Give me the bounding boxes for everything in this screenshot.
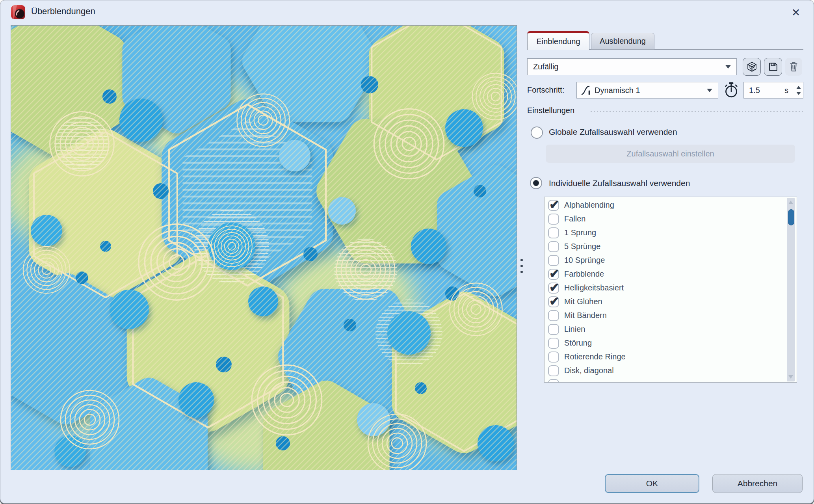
tab-ausblendung[interactable]: Ausblendung xyxy=(591,33,654,50)
effect-row[interactable]: 1 Sprung xyxy=(545,226,797,240)
effect-checkbox[interactable] xyxy=(548,200,559,211)
spinner-arrows[interactable] xyxy=(796,82,801,98)
spin-down-icon[interactable] xyxy=(796,92,801,95)
settings-divider xyxy=(591,111,803,112)
radio-individual-random[interactable] xyxy=(530,177,542,189)
effects-list[interactable]: Alphablending Fallen 1 Sprung 5 Sprünge … xyxy=(544,197,797,383)
effect-row[interactable]: Rotierende Ringe xyxy=(545,350,797,364)
progress-curve-value: Dynamisch 1 xyxy=(595,86,640,95)
effect-checkbox[interactable] xyxy=(548,310,559,321)
settings-header: Einstellungen xyxy=(527,106,574,115)
effect-label: Disk, diagonal xyxy=(564,366,614,375)
effect-label: Alphablending xyxy=(564,201,614,210)
effect-row[interactable]: Mit Glühen xyxy=(545,295,797,309)
randomize-button[interactable] xyxy=(743,58,761,76)
save-preset-button[interactable] xyxy=(764,58,782,76)
effect-checkbox[interactable] xyxy=(548,351,559,363)
radio-global-random[interactable] xyxy=(531,126,543,139)
effect-label: Fallen xyxy=(564,214,585,223)
floppy-save-icon xyxy=(768,61,779,72)
effect-row[interactable]: Alphablending xyxy=(545,198,797,212)
effect-label: Farbblende xyxy=(564,270,604,279)
effect-checkbox[interactable] xyxy=(548,255,559,266)
effect-label: Mit Bändern xyxy=(564,311,607,320)
scrollbar-thumb[interactable] xyxy=(788,209,794,225)
duration-value: 1.5 xyxy=(744,86,760,95)
cancel-button[interactable]: Abbrechen xyxy=(712,474,803,493)
effects-scrollbar[interactable] xyxy=(787,198,795,381)
effect-row[interactable] xyxy=(545,378,797,383)
progress-curve-select[interactable]: Dynamisch 1 xyxy=(576,82,718,99)
effect-checkbox[interactable] xyxy=(548,227,559,238)
chevron-down-icon xyxy=(707,89,712,92)
configure-random-button[interactable]: Zufallsauswahl einstellen xyxy=(546,145,795,163)
effect-label: Helligkeitsbasiert xyxy=(564,283,624,292)
stopwatch-icon xyxy=(724,82,739,99)
effect-row[interactable]: Mit Bändern xyxy=(545,309,797,322)
effect-label: 1 Sprung xyxy=(564,228,596,237)
effect-row[interactable]: 5 Sprünge xyxy=(545,240,797,253)
effect-label: 10 Sprünge xyxy=(564,256,605,265)
ok-button[interactable]: OK xyxy=(605,474,699,493)
preview-canvas xyxy=(11,25,517,470)
generative-pattern-image xyxy=(11,26,517,470)
duration-spinner[interactable]: 1.5 s xyxy=(743,82,803,99)
effect-row[interactable]: Linien xyxy=(545,322,797,336)
title-bar: Überblendungen ✕ xyxy=(0,0,814,24)
close-icon[interactable]: ✕ xyxy=(787,4,805,21)
tab-einblendung[interactable]: Einblendung xyxy=(527,31,589,50)
effect-label: Rotierende Ringe xyxy=(564,352,626,361)
effect-checkbox[interactable] xyxy=(548,283,559,294)
radio-individual-label: Individuelle Zufallsauswahl verwenden xyxy=(549,179,690,188)
effect-checkbox[interactable] xyxy=(548,324,559,335)
effect-label: Störung xyxy=(564,338,592,348)
preset-select[interactable]: Zufällig xyxy=(527,58,737,75)
radio-global-label: Globale Zufallsauswahl verwenden xyxy=(549,127,677,137)
effect-label: 5 Sprünge xyxy=(564,242,600,251)
effect-row[interactable]: Helligkeitsbasiert xyxy=(545,281,797,295)
effect-label: Linien xyxy=(564,325,585,334)
progress-label: Fortschritt: xyxy=(527,86,564,95)
dice-icon xyxy=(747,61,757,72)
effect-row[interactable]: 10 Sprünge xyxy=(545,253,797,267)
scroll-down-icon[interactable] xyxy=(788,375,793,379)
splitter-handle[interactable] xyxy=(519,255,525,277)
effect-label: Mit Glühen xyxy=(564,297,602,306)
spin-up-icon[interactable] xyxy=(796,86,801,89)
app-icon xyxy=(11,5,26,20)
chevron-down-icon xyxy=(725,65,731,69)
effect-checkbox[interactable] xyxy=(548,379,559,383)
effect-checkbox[interactable] xyxy=(548,214,559,225)
effect-checkbox[interactable] xyxy=(548,296,559,307)
duration-unit: s xyxy=(784,86,788,95)
effect-row[interactable]: Fallen xyxy=(545,212,797,226)
scroll-up-icon[interactable] xyxy=(788,201,793,204)
preset-value: Zufällig xyxy=(533,62,558,71)
effect-row[interactable]: Störung xyxy=(545,336,797,350)
effect-row[interactable]: Farbblende xyxy=(545,267,797,281)
delete-preset-button[interactable] xyxy=(785,58,802,76)
trash-icon xyxy=(789,61,799,72)
dialog-window: Überblendungen ✕ xyxy=(0,0,814,504)
effect-checkbox[interactable] xyxy=(548,365,559,376)
easing-curve-icon xyxy=(581,85,591,96)
effect-checkbox[interactable] xyxy=(548,269,559,280)
window-title: Überblendungen xyxy=(31,6,95,17)
effect-checkbox[interactable] xyxy=(548,338,559,349)
effect-checkbox[interactable] xyxy=(548,241,559,252)
effect-row[interactable]: Disk, diagonal xyxy=(545,364,797,378)
